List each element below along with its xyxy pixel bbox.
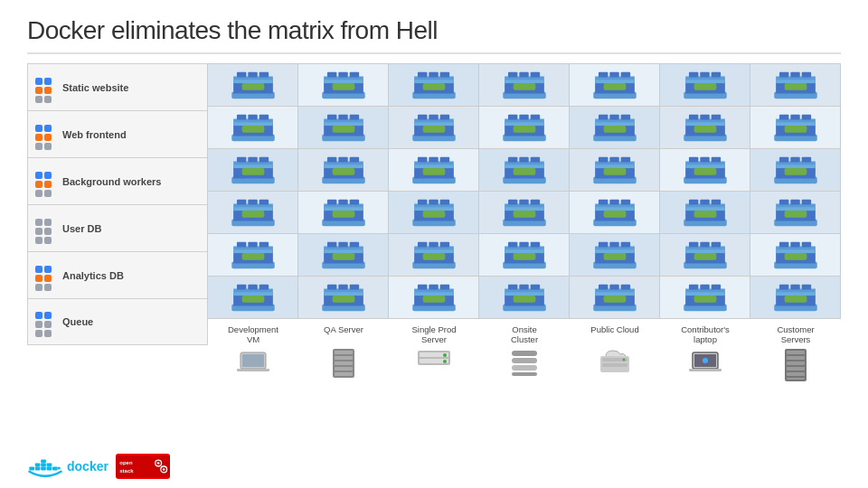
svg-rect-221 [778,200,788,205]
grid-cell [750,107,841,148]
svg-rect-367 [787,372,805,376]
grid-area: Development VMQA ServerSingle Prod Serve… [208,63,841,450]
svg-rect-61 [236,115,245,120]
svg-rect-262 [609,242,618,248]
title-divider [27,52,841,54]
grid-cell [207,149,298,191]
svg-rect-111 [801,115,810,120]
svg-rect-286 [248,285,257,290]
svg-rect-195 [505,207,544,211]
svg-rect-310 [519,285,528,290]
svg-rect-166 [790,157,799,163]
svg-rect-337 [242,354,264,367]
svg-rect-23 [439,72,448,78]
grid-cell [388,234,479,276]
svg-rect-238 [338,242,347,248]
svg-rect-323 [685,292,725,296]
svg-rect-259 [595,249,635,253]
svg-rect-285 [236,285,245,290]
svg-rect-284 [241,296,264,303]
main-content: Static websiteWeb frontendBackground wor… [27,63,841,450]
grid-cell [388,107,479,148]
label-row: Queue [27,298,208,345]
grid-cell [478,192,570,233]
grid-cell [478,64,570,106]
svg-rect-127 [349,157,358,163]
hw-icons [208,347,841,450]
grid-cell [750,234,841,276]
svg-rect-7 [259,72,268,78]
svg-rect-77 [417,115,426,120]
svg-rect-22 [429,72,438,78]
svg-rect-360 [689,369,722,371]
label-row: Web frontend [27,110,208,157]
row-label: Background workers [62,176,161,187]
svg-rect-143 [530,157,539,163]
grid-cell [207,234,298,276]
svg-rect-47 [711,72,720,78]
svg-rect-247 [439,242,448,248]
grid-cell [750,277,841,318]
svg-rect-183 [349,200,358,205]
grid-cell [659,64,750,106]
svg-rect-319 [620,285,629,290]
hw-icon-cell [660,349,750,450]
grid-cell [659,192,750,233]
svg-rect-38 [609,72,618,78]
svg-rect-350 [512,351,537,356]
openstack-logo-svg: open stack [116,454,170,479]
svg-rect-237 [326,242,335,248]
svg-point-383 [157,462,160,465]
row-dots-icon [35,312,55,332]
svg-rect-44 [693,83,716,90]
svg-point-357 [623,358,626,361]
svg-rect-124 [332,168,354,175]
svg-rect-103 [711,115,720,120]
svg-rect-356 [602,363,627,367]
svg-rect-139 [505,164,544,168]
svg-rect-85 [507,115,516,120]
svg-rect-227 [233,249,273,253]
svg-rect-15 [349,72,358,78]
row-dots-icon [35,125,55,145]
svg-rect-246 [429,242,438,248]
svg-rect-326 [700,285,709,290]
row-label: User DB [62,223,101,234]
svg-rect-11 [324,80,363,83]
svg-point-349 [443,360,447,363]
svg-rect-19 [414,80,454,83]
svg-rect-173 [236,200,245,205]
svg-rect-331 [776,292,816,296]
svg-rect-371 [35,466,41,470]
grid-row [208,234,841,277]
svg-rect-315 [595,292,635,296]
docker-logo: docker [27,454,108,479]
svg-rect-352 [512,365,537,371]
svg-rect-167 [801,157,810,163]
svg-rect-271 [711,242,720,248]
svg-rect-155 [685,164,725,168]
hw-icon-cell [208,349,298,450]
col-header: Onsite Cluster [479,323,570,347]
hw-icon-cell [479,349,570,450]
svg-rect-135 [439,157,448,163]
svg-rect-212 [693,211,716,218]
svg-rect-100 [693,126,716,133]
svg-rect-375 [47,463,52,466]
svg-rect-55 [801,72,810,78]
svg-rect-243 [414,249,454,253]
grid-cell [659,234,750,276]
grid-row [208,192,841,234]
svg-rect-189 [417,200,426,205]
svg-rect-171 [233,207,273,211]
svg-rect-365 [787,361,805,365]
svg-rect-338 [237,369,269,371]
svg-rect-343 [335,367,353,371]
col-header: Development VM [208,323,298,347]
svg-rect-131 [414,164,454,168]
svg-rect-53 [778,72,788,78]
svg-rect-316 [603,296,626,303]
hw-icon-cell [298,349,389,450]
svg-rect-188 [422,211,445,218]
svg-rect-335 [801,285,810,290]
